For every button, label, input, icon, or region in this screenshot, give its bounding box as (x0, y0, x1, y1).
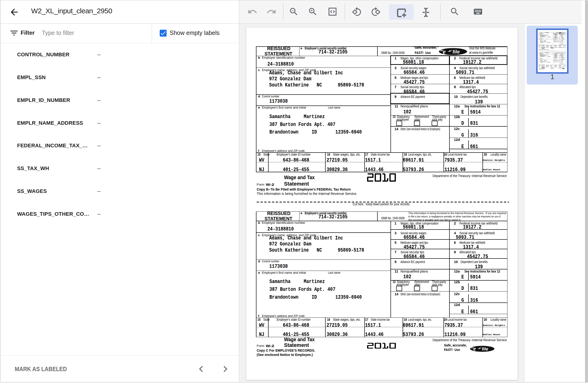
svg-text:file: file (482, 346, 488, 351)
svg-text:file: file (453, 49, 460, 54)
svg-text:e: e (473, 346, 476, 352)
svg-text:e: e (443, 48, 446, 55)
